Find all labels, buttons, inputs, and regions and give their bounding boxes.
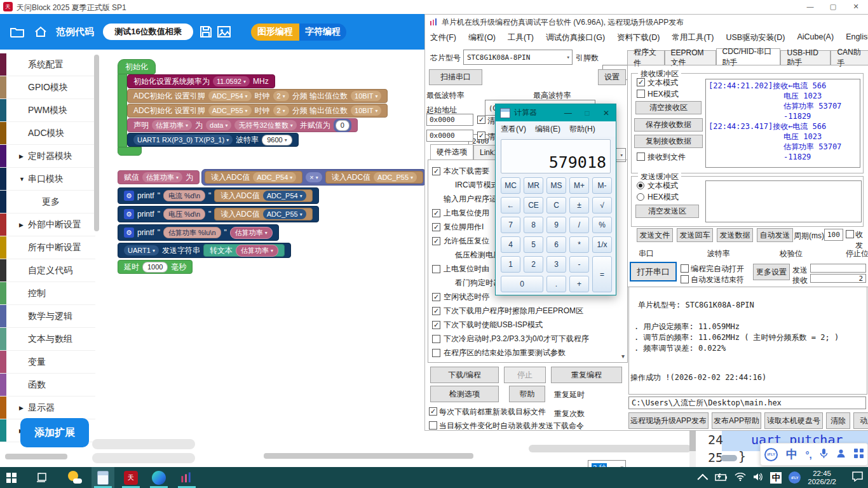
declare-variable-block[interactable]: 声明 估算功率▾ 为 data▾ 无符号32位整数▾ 并赋值为 0: [127, 118, 358, 132]
menu-item[interactable]: 编程(O): [468, 32, 496, 43]
calc-menu-item[interactable]: 查看(V): [501, 124, 526, 135]
clear-send-button[interactable]: 清空发送区: [635, 205, 699, 218]
scroll-down-arrow[interactable]: ▾: [621, 353, 625, 360]
adc-pin-dropdown[interactable]: ADC_P55▾: [263, 209, 306, 219]
format-string-input[interactable]: 估算功率 %lu\n: [163, 227, 221, 238]
calc-key[interactable]: MS: [546, 177, 566, 194]
uart-pins-dropdown[interactable]: UART1 RX(P3_0) TX(P3_1)▾: [133, 135, 233, 145]
assign-var-dropdown[interactable]: 估算功率▾: [142, 172, 182, 182]
uart-send-row[interactable]: UART1▾ 发送字符串 转文本 估算功率▾: [118, 243, 426, 258]
send-action-button[interactable]: 发送数据: [717, 228, 753, 242]
tray-chevron-up-icon[interactable]: [698, 473, 709, 484]
send-action-button[interactable]: 发送文件: [637, 228, 673, 242]
ime-punctuation-icon[interactable]: °,: [806, 449, 812, 460]
stc-isp-taskbar-icon[interactable]: [175, 467, 198, 488]
adc-bits-dropdown[interactable]: 10BIT▾: [351, 105, 381, 116]
option-checkbox[interactable]: [432, 167, 440, 175]
printf-block[interactable]: ⚙ printf " 电压 %d\n " 读入ADC值 ADC_P55▾: [118, 206, 319, 222]
canvas-hscrollbar[interactable]: [264, 453, 473, 459]
calc-key[interactable]: 1/x: [592, 236, 612, 253]
value-input[interactable]: 0: [336, 120, 349, 131]
close-button[interactable]: ✕: [846, 0, 865, 13]
clear-buffer-checkbox-1[interactable]: [477, 116, 485, 124]
start-button[interactable]: [0, 467, 23, 488]
calc-key[interactable]: ±: [569, 197, 589, 214]
calc-key[interactable]: 4: [501, 236, 520, 253]
user-icon[interactable]: [836, 449, 846, 461]
home-icon[interactable]: [34, 26, 47, 37]
sidebar-category-item[interactable]: ADC模块: [0, 122, 95, 145]
tianwen-taskbar-icon[interactable]: 天: [119, 467, 142, 488]
sidebar-scrollbar[interactable]: [94, 55, 99, 231]
option-checkbox[interactable]: [432, 335, 440, 343]
var-type-dropdown[interactable]: 无符号32位整数▾: [234, 120, 296, 130]
printf-block[interactable]: ⚙ printf " 电流 %d\n " 读入ADC值 ADC_P54▾: [118, 187, 319, 204]
sidebar-category-item[interactable]: 系统配置: [0, 53, 95, 76]
calc-key[interactable]: 2: [524, 256, 543, 273]
example-code-button[interactable]: 范例代码: [56, 26, 94, 38]
adc-bits-dropdown[interactable]: 10BIT▾: [351, 91, 381, 101]
gear-icon[interactable]: ⚙: [124, 209, 134, 219]
weather-taskbar-icon[interactable]: [64, 467, 86, 488]
maximize-button[interactable]: ▢: [824, 0, 843, 13]
sidebar-category-item[interactable]: PWM模块: [0, 99, 95, 122]
gear-icon[interactable]: ⚙: [124, 227, 134, 238]
read-adc-block[interactable]: 读入ADC值 ADC_P54▾: [205, 171, 302, 184]
init-hat-block[interactable]: 初始化: [118, 59, 156, 74]
calc-key[interactable]: *: [569, 236, 589, 253]
text-programming-tab[interactable]: 字符编程: [299, 24, 346, 41]
freq-dropdown[interactable]: 11.0592▾: [213, 76, 250, 86]
adc-init-block[interactable]: ADC初始化 设置引脚 ADC_P55▾ 时钟 2▾ 分频 输出值位数 10BI…: [127, 104, 388, 118]
adc-clock-dropdown[interactable]: 2▾: [273, 105, 289, 116]
calc-minimize-button[interactable]: —: [559, 109, 578, 118]
adc-pin-dropdown[interactable]: ADC_P54▾: [263, 191, 306, 201]
open-serial-button[interactable]: 打开串口: [630, 262, 677, 281]
task-view-button[interactable]: [31, 467, 53, 488]
send-text-area[interactable]: [705, 180, 862, 222]
to-text-block[interactable]: 转文本 估算功率▾: [203, 244, 285, 257]
calc-key[interactable]: ←: [501, 197, 520, 214]
sidebar-category-item[interactable]: 更多: [0, 191, 95, 214]
calc-key[interactable]: 8: [524, 217, 543, 233]
start-address-input-1[interactable]: 0x0000: [426, 114, 473, 126]
save-receive-button[interactable]: 保存接收数据: [634, 118, 703, 132]
stop-button[interactable]: 停止: [504, 367, 546, 383]
wifi-icon[interactable]: [735, 472, 746, 484]
sidebar-category-item[interactable]: 自定义代码: [0, 259, 95, 282]
adc-clock-dropdown[interactable]: 2▾: [273, 91, 289, 101]
reload-target-checkbox[interactable]: [429, 407, 437, 416]
multiply-operator-block[interactable]: 读入ADC值 ADC_P54▾ ×▾ 读入ADC值 ADC_P55▾: [201, 169, 426, 186]
taskbar-clock[interactable]: 22:45 2026/2/2: [808, 470, 836, 486]
ifly-tray-icon[interactable]: iFLY: [789, 471, 801, 484]
menu-item[interactable]: 调试仿真接口(G): [546, 32, 605, 43]
more-settings-button[interactable]: 更多设置: [753, 264, 790, 280]
calc-key[interactable]: 3: [546, 256, 566, 273]
tab-usb-hid-assistant[interactable]: USB-HID助手: [780, 50, 831, 65]
auto-end-checkbox[interactable]: [681, 275, 689, 283]
option-checkbox[interactable]: [432, 237, 440, 245]
sidebar-category-item[interactable]: 所有中断设置: [0, 236, 95, 259]
editor-vscrollbar[interactable]: [689, 431, 696, 467]
calc-maximize-button[interactable]: □: [578, 109, 597, 118]
send-action-button[interactable]: 自动发送: [757, 228, 793, 242]
menu-item[interactable]: English: [846, 32, 868, 43]
delay-row[interactable]: 延时 1000 毫秒: [118, 260, 426, 274]
calc-menu-item[interactable]: 编辑(E): [535, 124, 560, 135]
baud-dropdown[interactable]: 9600 ▾: [262, 135, 292, 146]
send-action-button[interactable]: 发送回车: [677, 228, 713, 242]
menu-item[interactable]: 资料下载(D): [617, 32, 660, 43]
option-checkbox[interactable]: [432, 349, 440, 357]
clear-button[interactable]: 清除: [826, 412, 850, 429]
port-settings-button[interactable]: 设置: [598, 69, 626, 85]
uart-send-block[interactable]: UART1▾ 发送字符串 转文本 估算功率▾: [118, 243, 291, 258]
assign-block[interactable]: 赋值 估算功率▾ 为: [118, 170, 200, 184]
ime-language-icon[interactable]: 中: [786, 447, 797, 462]
calc-close-button[interactable]: ✕: [597, 109, 616, 118]
calc-key[interactable]: M+: [569, 177, 589, 194]
autoload-checkbox[interactable]: [429, 421, 437, 430]
calc-key[interactable]: .: [546, 276, 566, 292]
calc-key[interactable]: -: [569, 256, 589, 273]
calc-key[interactable]: 9: [546, 217, 566, 233]
graphic-programming-tab[interactable]: 图形编程: [251, 24, 299, 41]
keyboard-grid-icon[interactable]: [854, 449, 864, 461]
